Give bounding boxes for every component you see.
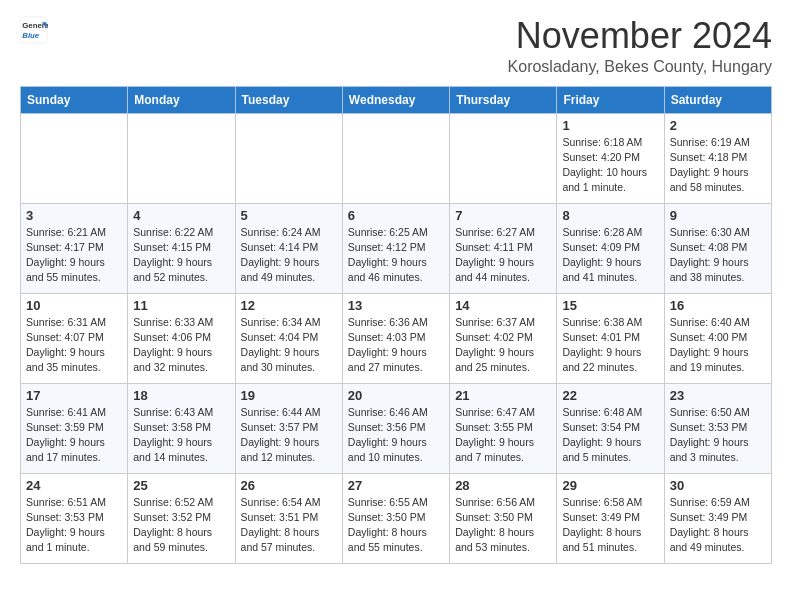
day-number: 20 (348, 388, 444, 403)
day-number: 12 (241, 298, 337, 313)
calendar-cell: 18Sunrise: 6:43 AM Sunset: 3:58 PM Dayli… (128, 383, 235, 473)
month-title: November 2024 (508, 16, 772, 56)
day-info: Sunrise: 6:19 AM Sunset: 4:18 PM Dayligh… (670, 135, 766, 196)
day-number: 8 (562, 208, 658, 223)
calendar-cell: 23Sunrise: 6:50 AM Sunset: 3:53 PM Dayli… (664, 383, 771, 473)
calendar-cell: 20Sunrise: 6:46 AM Sunset: 3:56 PM Dayli… (342, 383, 449, 473)
day-info: Sunrise: 6:33 AM Sunset: 4:06 PM Dayligh… (133, 315, 229, 376)
calendar-cell: 22Sunrise: 6:48 AM Sunset: 3:54 PM Dayli… (557, 383, 664, 473)
day-number: 29 (562, 478, 658, 493)
weekday-header-friday: Friday (557, 86, 664, 113)
day-info: Sunrise: 6:54 AM Sunset: 3:51 PM Dayligh… (241, 495, 337, 556)
calendar-week-1: 1Sunrise: 6:18 AM Sunset: 4:20 PM Daylig… (21, 113, 772, 203)
calendar-cell: 1Sunrise: 6:18 AM Sunset: 4:20 PM Daylig… (557, 113, 664, 203)
day-number: 6 (348, 208, 444, 223)
day-info: Sunrise: 6:24 AM Sunset: 4:14 PM Dayligh… (241, 225, 337, 286)
day-info: Sunrise: 6:34 AM Sunset: 4:04 PM Dayligh… (241, 315, 337, 376)
day-info: Sunrise: 6:36 AM Sunset: 4:03 PM Dayligh… (348, 315, 444, 376)
calendar-cell: 5Sunrise: 6:24 AM Sunset: 4:14 PM Daylig… (235, 203, 342, 293)
day-info: Sunrise: 6:50 AM Sunset: 3:53 PM Dayligh… (670, 405, 766, 466)
calendar-cell: 13Sunrise: 6:36 AM Sunset: 4:03 PM Dayli… (342, 293, 449, 383)
svg-text:Blue: Blue (22, 31, 40, 40)
day-info: Sunrise: 6:21 AM Sunset: 4:17 PM Dayligh… (26, 225, 122, 286)
day-info: Sunrise: 6:41 AM Sunset: 3:59 PM Dayligh… (26, 405, 122, 466)
calendar-cell (235, 113, 342, 203)
calendar-cell: 15Sunrise: 6:38 AM Sunset: 4:01 PM Dayli… (557, 293, 664, 383)
day-info: Sunrise: 6:25 AM Sunset: 4:12 PM Dayligh… (348, 225, 444, 286)
day-info: Sunrise: 6:28 AM Sunset: 4:09 PM Dayligh… (562, 225, 658, 286)
calendar-body: 1Sunrise: 6:18 AM Sunset: 4:20 PM Daylig… (21, 113, 772, 563)
day-info: Sunrise: 6:37 AM Sunset: 4:02 PM Dayligh… (455, 315, 551, 376)
day-number: 13 (348, 298, 444, 313)
day-number: 17 (26, 388, 122, 403)
day-number: 14 (455, 298, 551, 313)
calendar-cell: 3Sunrise: 6:21 AM Sunset: 4:17 PM Daylig… (21, 203, 128, 293)
calendar-cell: 7Sunrise: 6:27 AM Sunset: 4:11 PM Daylig… (450, 203, 557, 293)
location-title: Korosladany, Bekes County, Hungary (508, 58, 772, 76)
weekday-header-monday: Monday (128, 86, 235, 113)
day-info: Sunrise: 6:18 AM Sunset: 4:20 PM Dayligh… (562, 135, 658, 196)
day-number: 2 (670, 118, 766, 133)
day-info: Sunrise: 6:27 AM Sunset: 4:11 PM Dayligh… (455, 225, 551, 286)
day-info: Sunrise: 6:22 AM Sunset: 4:15 PM Dayligh… (133, 225, 229, 286)
day-info: Sunrise: 6:38 AM Sunset: 4:01 PM Dayligh… (562, 315, 658, 376)
logo-icon: General Blue (20, 16, 48, 44)
weekday-header-thursday: Thursday (450, 86, 557, 113)
calendar-cell (21, 113, 128, 203)
weekday-header-wednesday: Wednesday (342, 86, 449, 113)
weekday-header-sunday: Sunday (21, 86, 128, 113)
calendar-cell: 28Sunrise: 6:56 AM Sunset: 3:50 PM Dayli… (450, 473, 557, 563)
day-info: Sunrise: 6:30 AM Sunset: 4:08 PM Dayligh… (670, 225, 766, 286)
day-number: 19 (241, 388, 337, 403)
day-number: 15 (562, 298, 658, 313)
calendar-cell: 8Sunrise: 6:28 AM Sunset: 4:09 PM Daylig… (557, 203, 664, 293)
day-info: Sunrise: 6:44 AM Sunset: 3:57 PM Dayligh… (241, 405, 337, 466)
calendar-cell: 2Sunrise: 6:19 AM Sunset: 4:18 PM Daylig… (664, 113, 771, 203)
day-info: Sunrise: 6:48 AM Sunset: 3:54 PM Dayligh… (562, 405, 658, 466)
calendar-cell: 4Sunrise: 6:22 AM Sunset: 4:15 PM Daylig… (128, 203, 235, 293)
calendar-cell: 10Sunrise: 6:31 AM Sunset: 4:07 PM Dayli… (21, 293, 128, 383)
day-info: Sunrise: 6:43 AM Sunset: 3:58 PM Dayligh… (133, 405, 229, 466)
day-number: 23 (670, 388, 766, 403)
calendar-cell: 21Sunrise: 6:47 AM Sunset: 3:55 PM Dayli… (450, 383, 557, 473)
calendar-cell: 17Sunrise: 6:41 AM Sunset: 3:59 PM Dayli… (21, 383, 128, 473)
calendar-table: SundayMondayTuesdayWednesdayThursdayFrid… (20, 86, 772, 564)
calendar-week-2: 3Sunrise: 6:21 AM Sunset: 4:17 PM Daylig… (21, 203, 772, 293)
calendar-week-5: 24Sunrise: 6:51 AM Sunset: 3:53 PM Dayli… (21, 473, 772, 563)
calendar-cell: 12Sunrise: 6:34 AM Sunset: 4:04 PM Dayli… (235, 293, 342, 383)
calendar-cell: 19Sunrise: 6:44 AM Sunset: 3:57 PM Dayli… (235, 383, 342, 473)
day-number: 1 (562, 118, 658, 133)
calendar-cell: 25Sunrise: 6:52 AM Sunset: 3:52 PM Dayli… (128, 473, 235, 563)
day-number: 26 (241, 478, 337, 493)
day-number: 11 (133, 298, 229, 313)
day-number: 7 (455, 208, 551, 223)
day-number: 28 (455, 478, 551, 493)
day-info: Sunrise: 6:56 AM Sunset: 3:50 PM Dayligh… (455, 495, 551, 556)
calendar-cell (128, 113, 235, 203)
day-info: Sunrise: 6:40 AM Sunset: 4:00 PM Dayligh… (670, 315, 766, 376)
day-number: 30 (670, 478, 766, 493)
day-number: 22 (562, 388, 658, 403)
calendar-cell: 9Sunrise: 6:30 AM Sunset: 4:08 PM Daylig… (664, 203, 771, 293)
weekday-header-tuesday: Tuesday (235, 86, 342, 113)
calendar-cell (342, 113, 449, 203)
title-block: November 2024 Korosladany, Bekes County,… (508, 16, 772, 76)
calendar-cell: 29Sunrise: 6:58 AM Sunset: 3:49 PM Dayli… (557, 473, 664, 563)
calendar-cell: 24Sunrise: 6:51 AM Sunset: 3:53 PM Dayli… (21, 473, 128, 563)
calendar-cell: 30Sunrise: 6:59 AM Sunset: 3:49 PM Dayli… (664, 473, 771, 563)
day-number: 9 (670, 208, 766, 223)
day-number: 25 (133, 478, 229, 493)
day-number: 16 (670, 298, 766, 313)
day-number: 24 (26, 478, 122, 493)
day-info: Sunrise: 6:51 AM Sunset: 3:53 PM Dayligh… (26, 495, 122, 556)
day-info: Sunrise: 6:31 AM Sunset: 4:07 PM Dayligh… (26, 315, 122, 376)
calendar-cell (450, 113, 557, 203)
day-info: Sunrise: 6:58 AM Sunset: 3:49 PM Dayligh… (562, 495, 658, 556)
day-number: 5 (241, 208, 337, 223)
day-info: Sunrise: 6:46 AM Sunset: 3:56 PM Dayligh… (348, 405, 444, 466)
calendar-week-3: 10Sunrise: 6:31 AM Sunset: 4:07 PM Dayli… (21, 293, 772, 383)
day-number: 27 (348, 478, 444, 493)
calendar-cell: 11Sunrise: 6:33 AM Sunset: 4:06 PM Dayli… (128, 293, 235, 383)
day-number: 21 (455, 388, 551, 403)
weekday-header-saturday: Saturday (664, 86, 771, 113)
